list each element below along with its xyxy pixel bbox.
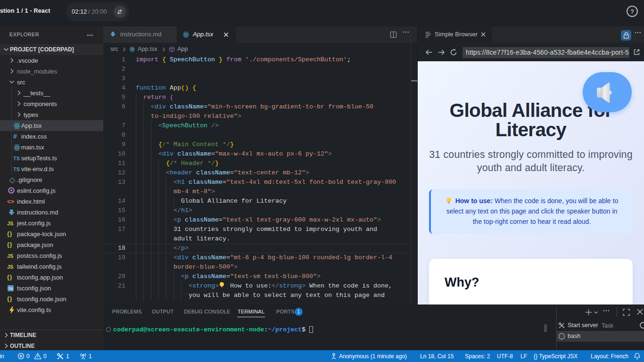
svg-text:TS: TS xyxy=(8,287,13,290)
svg-text:?: ? xyxy=(630,8,634,15)
